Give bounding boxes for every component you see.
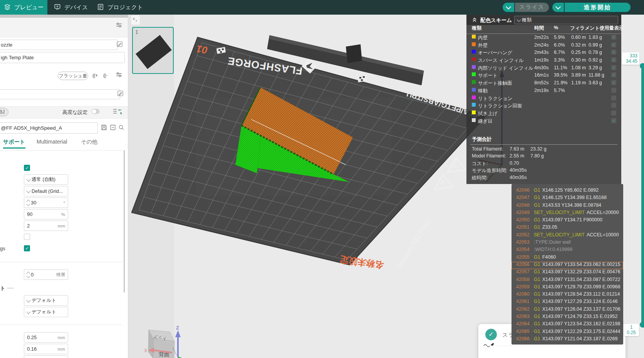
gcode-line[interactable]: 42065G1X143.097 Y122.29 Z33.175 E.02444 xyxy=(512,329,623,336)
support-pattern-dropdown[interactable]: Default (Grid... xyxy=(24,186,68,196)
collapse-panel-handle[interactable]: ‹ › xyxy=(131,15,140,25)
start-print-button[interactable]: 造形開始 xyxy=(565,3,631,12)
gcode-line-number: 42049 xyxy=(516,210,534,215)
feature-visibility-checkbox[interactable]: ✓ xyxy=(611,35,616,40)
feature-visibility-checkbox[interactable]: ✓ xyxy=(611,57,616,62)
view-cube[interactable]: トップ 背面 X Z xyxy=(144,325,183,358)
gcode-line[interactable]: 42066G1X143.097 Y121.04 Z33.187 E.0269 xyxy=(512,336,623,343)
gcode-line-number: 42052 xyxy=(516,232,534,238)
gcode-line[interactable]: 42047G1X146.125 Y134.398 E1.65168 xyxy=(512,195,623,202)
active-tab-underline xyxy=(3,147,25,149)
gcode-line[interactable]: 42055G1F4060 xyxy=(512,254,623,262)
feature-visibility-checkbox[interactable]: ✓ xyxy=(611,50,616,55)
gcode-line[interactable]: 42063G1X143.097 Y124.79 Z33.15 E.01952 xyxy=(512,314,623,321)
sort-ab-icon[interactable]: AB xyxy=(112,108,124,115)
gcode-line[interactable]: 42046G1X146.125 Y85.602 E.0892 xyxy=(512,187,623,195)
tab-multimaterial[interactable]: Multimaterial xyxy=(37,139,67,145)
gcode-line[interactable]: 42049SET_VELOCITY_LIMITACCEL=20000 xyxy=(512,210,623,217)
feature-length: 1.19 m xyxy=(571,80,586,85)
gcode-panel[interactable]: 42046G1X146.125 Y85.602 E.089242047G1X14… xyxy=(512,184,623,345)
feature-visibility-checkbox[interactable] xyxy=(611,110,616,115)
feature-visibility-checkbox[interactable]: ✓ xyxy=(611,72,616,77)
first-layer-field[interactable]: 0.16 mm xyxy=(24,344,68,354)
layer-height-field[interactable]: 0.25 mm xyxy=(24,332,68,343)
gcode-line[interactable]: 42058G1X143.097 Y131.04 Z33.087 E.00722 xyxy=(512,277,623,284)
spinner-arrows-icon[interactable] xyxy=(27,272,30,278)
tab-device[interactable]: デバイス xyxy=(54,0,91,15)
material-tag[interactable]: BJ xyxy=(0,108,8,116)
support-distance-field[interactable]: 2 mm xyxy=(24,221,68,231)
feature-visibility-checkbox[interactable]: ✓ xyxy=(611,118,616,123)
gcode-line-selected[interactable]: 42056G1X143.097 Y133.54 Z33.062 E.00215 xyxy=(512,262,623,269)
layer-slider-top-handle[interactable] xyxy=(640,63,644,69)
print-dropdown-button[interactable] xyxy=(552,3,564,12)
feature-time: 2m19s xyxy=(534,88,549,93)
gcode-line[interactable]: 42060G1X143.097 Y128.54 Z33.112 E.01214 xyxy=(512,291,623,299)
layer-slider-bar[interactable] xyxy=(641,66,644,325)
nozzle-field[interactable]: ozzle xyxy=(0,40,118,50)
support-enable-checkbox[interactable]: ✓ xyxy=(24,165,30,171)
panel-scrollbar[interactable] xyxy=(124,150,125,293)
feature-time: 2m43s xyxy=(534,50,549,55)
support-style-dropdown[interactable]: 通常 (自動) xyxy=(24,174,68,185)
sliders-icon[interactable] xyxy=(116,22,122,28)
edit-pencil-icon[interactable] xyxy=(116,41,123,48)
save-icon[interactable] xyxy=(101,124,107,131)
collapse-up-icon[interactable] xyxy=(471,17,478,24)
scheme-row: サポート接触面8m52s21.9%1.19 m3.63 g✓ xyxy=(466,79,621,87)
color-scheme-header[interactable]: 配色スキーム 種類 xyxy=(466,15,621,25)
tab-support[interactable]: サポート xyxy=(3,139,25,146)
plate-field[interactable]: igh Temp Plate xyxy=(0,52,125,63)
gcode-line[interactable]: 42053;TYPE:Outer wall xyxy=(512,239,623,247)
profile-field[interactable]: @FF AD5X_HighSpeed_A xyxy=(0,122,98,134)
spinner-arrows-icon[interactable] xyxy=(27,200,30,206)
tab-preview[interactable]: プレビュー xyxy=(0,0,47,15)
feature-weight: 0.78 g xyxy=(589,50,602,55)
infill-pattern-field[interactable]: 充填 xyxy=(24,355,68,358)
gcode-line[interactable]: 42059G1X143.097 Y129.79 Z33.099 E.00968 xyxy=(512,284,623,291)
gcode-line[interactable]: 42061G1X143.097 Y127.29 Z33.124 E.0146 xyxy=(512,299,623,306)
minus-square-icon[interactable] xyxy=(109,124,116,131)
support-option-checkbox-2[interactable]: ✓ xyxy=(24,245,30,251)
viewport-3d[interactable]: FLASHFORGE 01 PLA/PETG/ABS/TPU Smooth PE… xyxy=(128,15,644,358)
scheme-filter-dropdown[interactable]: 種類 xyxy=(514,16,618,24)
feature-visibility-checkbox[interactable] xyxy=(611,88,616,93)
support-option-checkbox[interactable] xyxy=(24,234,30,240)
support-density-field[interactable]: 90 % xyxy=(24,209,68,219)
feature-visibility-checkbox[interactable] xyxy=(611,95,616,100)
advanced-settings-label: 高度な設定 xyxy=(62,109,87,116)
support-filament-dropdown-2[interactable]: デフォルト xyxy=(24,307,68,317)
support-angle-stepper[interactable]: 30 ° xyxy=(24,197,68,208)
plate-thumbnail[interactable]: 1 xyxy=(132,27,174,74)
gcode-line[interactable]: 42048G1X143.53 Y134.398 E.08784 xyxy=(512,202,623,210)
feature-visibility-checkbox[interactable]: ✓ xyxy=(611,65,616,70)
feature-visibility-checkbox[interactable] xyxy=(611,103,616,108)
slice-button[interactable]: スライス xyxy=(515,3,549,12)
feature-visibility-checkbox[interactable]: ✓ xyxy=(611,80,616,85)
slice-dropdown-button[interactable] xyxy=(503,3,514,12)
edit-pencil-icon[interactable] xyxy=(117,90,124,97)
support-filament-dropdown-1[interactable]: デフォルト xyxy=(24,295,68,306)
tab-project[interactable]: プロジェクト xyxy=(97,0,144,15)
gcode-line[interactable]: 42064G1X143.097 Y123.54 Z33.162 E.02198 xyxy=(512,321,623,328)
gcode-line[interactable]: 42054;WIDTH:0.419999 xyxy=(512,247,623,254)
raft-layers-stepper[interactable]: 0 積層 xyxy=(24,269,68,280)
gcode-line[interactable]: 42051G1Z33.05 xyxy=(512,224,623,232)
tab-other[interactable]: その他 xyxy=(81,139,97,146)
sliders-icon[interactable] xyxy=(116,71,122,78)
flush-amount-button[interactable]: フラッシュ量 xyxy=(58,72,88,80)
feature-visibility-checkbox[interactable]: ✓ xyxy=(611,42,616,47)
layer-slider-bottom-handle[interactable] xyxy=(640,322,644,328)
wave-minus-icon[interactable]: ((- xyxy=(103,72,107,78)
gcode-line[interactable]: 42050G1X143.097 Y134.71 F900000 xyxy=(512,217,623,224)
gcode-line[interactable]: 42057G1X143.097 Y132.29 Z33.074 E.00476 xyxy=(512,269,623,276)
advanced-settings-toggle[interactable] xyxy=(92,109,100,114)
feature-time: 4m30s xyxy=(534,65,549,70)
feature-length: 3.89 m xyxy=(571,72,586,78)
gcode-line[interactable]: 42062G1X143.097 Y126.04 Z33.137 E.01706 xyxy=(512,306,623,314)
gcode-line[interactable]: 42052SET_VELOCITY_LIMITACCEL=10000 xyxy=(512,232,623,239)
search-icon[interactable] xyxy=(118,124,125,131)
filament-field[interactable] xyxy=(0,89,120,99)
wave-plus-icon[interactable]: ((+ xyxy=(92,72,97,78)
feature-length: 0.30 m xyxy=(571,57,586,63)
